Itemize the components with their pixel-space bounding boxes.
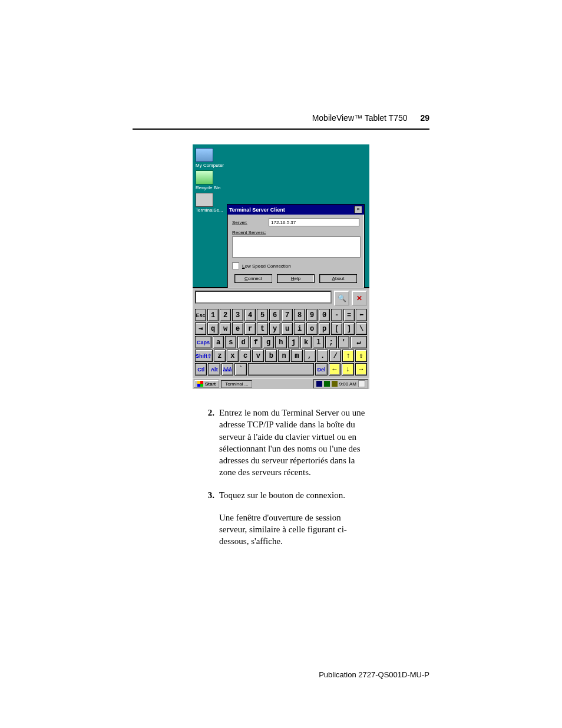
key-backtick[interactable]: `: [234, 363, 246, 375]
key-alt[interactable]: Alt: [208, 363, 220, 375]
key-k[interactable]: k: [300, 336, 312, 348]
key-equals[interactable]: =: [343, 309, 355, 321]
key-h[interactable]: h: [275, 336, 286, 348]
key-semicolon[interactable]: ;: [325, 336, 336, 348]
tray-icon-1[interactable]: [316, 381, 322, 387]
key-slash[interactable]: /: [329, 350, 341, 362]
keyboard: Esc 1 2 3 4 5 6 7 8 9 0 - = ⬅: [193, 308, 369, 378]
step-2: 2. Entrez le nom du Terminal Server ou u…: [200, 407, 371, 479]
key-shift[interactable]: Shift⇧: [195, 350, 213, 362]
help-button[interactable]: Help: [277, 274, 315, 283]
key-m[interactable]: m: [291, 350, 303, 362]
key-w[interactable]: w: [220, 322, 231, 335]
server-input[interactable]: [269, 218, 359, 226]
key-space[interactable]: [248, 363, 315, 375]
key-del[interactable]: Del: [315, 363, 327, 375]
key-2[interactable]: 2: [220, 309, 231, 321]
key-l[interactable]: l: [313, 336, 324, 348]
osk-text-field[interactable]: [195, 291, 332, 304]
key-o[interactable]: o: [306, 322, 318, 335]
titlebar[interactable]: Terminal Server Client ×: [227, 205, 364, 215]
keyboard-row-4: Shift⇧ z x c v b n m , . / ↑ ⇧: [194, 349, 368, 363]
close-button[interactable]: ×: [354, 206, 362, 213]
key-accents[interactable]: àáâ: [222, 363, 233, 375]
key-right-arrow[interactable]: →: [355, 363, 367, 375]
taskbar: Start Terminal ... 9:00 AM: [193, 378, 369, 389]
computer-icon: [196, 148, 213, 162]
magnify-icon[interactable]: 🔍: [334, 291, 349, 306]
keyboard-row-1: Esc 1 2 3 4 5 6 7 8 9 0 - = ⬅: [194, 308, 368, 322]
key-4[interactable]: 4: [244, 309, 256, 321]
key-s[interactable]: s: [225, 336, 236, 348]
key-rbracket[interactable]: ]: [343, 322, 355, 335]
key-z[interactable]: z: [214, 350, 226, 362]
key-left-arrow[interactable]: ←: [329, 363, 340, 375]
key-f[interactable]: f: [250, 336, 262, 348]
key-9[interactable]: 9: [306, 309, 318, 321]
key-backspace[interactable]: ⬅: [356, 309, 367, 321]
start-button[interactable]: Start: [194, 380, 219, 388]
system-tray[interactable]: 9:00 AM: [313, 379, 368, 388]
key-tab[interactable]: ⇥: [195, 322, 206, 335]
low-speed-row[interactable]: Low Speed Connection: [232, 262, 359, 269]
key-backslash[interactable]: \: [356, 322, 367, 335]
key-j[interactable]: j: [288, 336, 299, 348]
key-down-arrow[interactable]: ↓: [342, 363, 353, 375]
key-8[interactable]: 8: [294, 309, 305, 321]
key-b[interactable]: b: [265, 350, 277, 362]
key-comma[interactable]: ,: [304, 350, 316, 362]
key-apostrophe[interactable]: ': [338, 336, 349, 348]
keyboard-row-5: Ctl Alt àáâ ` Del ← ↓ →: [194, 363, 368, 376]
desktop-icon[interactable]: [358, 380, 365, 387]
key-up-arrow[interactable]: ↑: [342, 350, 354, 362]
page: MobileView™ Tablet T750 29 My Computer R…: [0, 0, 562, 728]
key-0[interactable]: 0: [319, 309, 330, 321]
key-a[interactable]: a: [213, 336, 224, 348]
key-period[interactable]: .: [317, 350, 329, 362]
tray-icon-3[interactable]: [332, 381, 338, 387]
low-speed-checkbox[interactable]: [232, 262, 239, 269]
recent-servers-list[interactable]: [232, 236, 361, 258]
key-ctrl[interactable]: Ctl: [195, 363, 207, 375]
key-d[interactable]: d: [237, 336, 249, 348]
clock: 9:00 AM: [339, 381, 356, 387]
key-u[interactable]: u: [282, 322, 293, 335]
key-caps[interactable]: Caps: [195, 336, 211, 348]
keyboard-row-3: Caps a s d f g h j k l ; ' ↵: [194, 335, 368, 349]
key-q[interactable]: q: [207, 322, 219, 335]
key-t[interactable]: t: [257, 322, 268, 335]
key-v[interactable]: v: [252, 350, 264, 362]
key-n[interactable]: n: [278, 350, 290, 362]
keyboard-row-2: ⇥ q w e r t y u i o p [ ] \: [194, 322, 368, 335]
recycle-bin-icon[interactable]: Recycle Bin: [193, 170, 243, 190]
my-computer-icon[interactable]: My Computer: [193, 148, 243, 168]
recycle-bin-label: Recycle Bin: [196, 185, 220, 190]
about-button[interactable]: About: [319, 274, 357, 283]
key-c[interactable]: c: [240, 350, 252, 362]
key-lbracket[interactable]: [: [331, 322, 342, 335]
page-number: 29: [420, 113, 429, 123]
connect-button[interactable]: Connect: [234, 274, 272, 283]
key-i[interactable]: i: [294, 322, 305, 335]
key-3[interactable]: 3: [232, 309, 243, 321]
key-7[interactable]: 7: [282, 309, 293, 321]
key-x[interactable]: x: [227, 350, 239, 362]
key-5[interactable]: 5: [257, 309, 268, 321]
key-y[interactable]: y: [269, 322, 280, 335]
key-g[interactable]: g: [263, 336, 274, 348]
key-p[interactable]: p: [319, 322, 330, 335]
key-1[interactable]: 1: [207, 309, 219, 321]
key-enter[interactable]: ↵: [351, 336, 367, 348]
low-speed-label: Low Speed Connection: [242, 263, 291, 269]
key-e[interactable]: e: [232, 322, 243, 335]
taskbar-item-terminal[interactable]: Terminal ...: [221, 380, 252, 388]
key-shift-right[interactable]: ⇧: [355, 350, 367, 362]
key-6[interactable]: 6: [269, 309, 280, 321]
step-3-number: 3.: [200, 489, 214, 501]
key-r[interactable]: r: [244, 322, 256, 335]
header-rule: [133, 129, 429, 130]
tray-icon-2[interactable]: [324, 381, 330, 387]
key-esc[interactable]: Esc: [195, 309, 206, 321]
key-minus[interactable]: -: [331, 309, 342, 321]
close-icon[interactable]: ✕: [352, 291, 367, 306]
